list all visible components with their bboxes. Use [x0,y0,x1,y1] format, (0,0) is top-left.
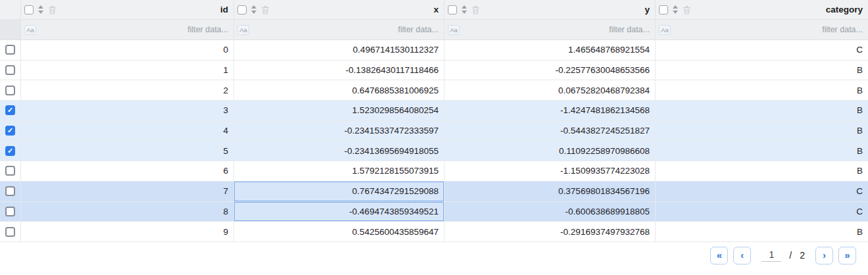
table-row: 90.5425600435859647-0.2916937497932768B [0,222,868,242]
cell-category[interactable]: B [656,80,868,100]
row-select-checkbox[interactable] [5,45,15,55]
table-row: 5-0.234136956949180550.11092258970986608… [0,141,868,161]
row-select-checkbox[interactable] [5,146,15,156]
cell-id[interactable]: 1 [21,61,234,80]
cell-category[interactable]: B [656,61,868,80]
cell-x[interactable]: 0.7674347291529088 [234,182,445,201]
column-header-label: y [644,5,650,14]
trash-icon[interactable] [683,5,691,14]
row-select-cell [0,101,21,120]
match-case-toggle[interactable]: Aa [659,25,671,35]
cell-x[interactable]: 0.6476885381006925 [234,80,445,100]
cell-y[interactable]: -0.22577630048653566 [445,61,656,80]
column-header: category [656,0,868,19]
prev-page-button[interactable]: ‹ [733,247,751,264]
table-row: 31.5230298564080254-1.4247481862134568B [0,101,868,121]
column-header: y [445,0,656,19]
table-row: 4-0.23415337472333597-0.5443827245251827… [0,121,868,141]
column-select-checkbox[interactable] [659,5,668,14]
column-select-checkbox[interactable] [24,5,34,14]
sort-icon[interactable] [251,5,256,14]
trash-icon[interactable] [48,5,57,14]
column-select-checkbox[interactable] [237,5,247,14]
cell-y[interactable]: -0.2916937497932768 [445,222,656,241]
next-page-button[interactable]: › [815,247,833,264]
column-header: x [234,0,445,19]
sort-icon[interactable] [673,5,678,14]
cell-x[interactable]: 1.5230298564080254 [234,101,445,120]
cell-y[interactable]: 0.06752820468792384 [445,80,656,100]
sort-icon[interactable] [38,5,43,14]
cell-category[interactable]: B [656,222,868,241]
cell-y[interactable]: 1.465648768921554 [445,40,656,60]
last-page-button[interactable]: » [838,247,856,264]
select-column-header [0,0,21,19]
match-case-toggle[interactable]: Aa [24,25,36,35]
filter-cell: Aa [445,20,656,39]
row-select-checkbox[interactable] [5,207,15,216]
cell-id[interactable]: 0 [21,40,234,60]
filter-row: Aa Aa Aa Aa [0,20,868,40]
cell-x[interactable]: 0.4967141530112327 [234,40,445,60]
pagination: « ‹ / 2 › » [0,247,868,264]
sort-icon[interactable] [462,5,467,14]
cell-id[interactable]: 8 [21,202,234,222]
cell-category[interactable]: C [656,40,868,60]
row-select-checkbox[interactable] [5,227,15,237]
cell-id[interactable]: 4 [21,121,234,141]
column-header-label: category [826,5,863,14]
filter-row-corner [0,20,21,39]
cell-category[interactable]: B [656,141,868,161]
column-header-label: id [220,5,228,14]
filter-cell: Aa [234,20,445,39]
filter-cell: Aa [656,20,868,39]
trash-icon[interactable] [471,5,480,14]
column-header-label: x [433,5,439,14]
cell-id[interactable]: 6 [21,161,234,181]
cell-id[interactable]: 5 [21,141,234,161]
cell-id[interactable]: 7 [21,182,234,201]
cell-x[interactable]: -0.13826430117118466 [234,61,445,80]
cell-category[interactable]: C [656,202,868,222]
cell-category[interactable]: C [656,182,868,201]
filter-input[interactable] [460,25,650,34]
page-separator: / [789,250,792,261]
row-select-checkbox[interactable] [5,186,15,196]
cell-x[interactable]: -0.4694743859349521 [234,202,445,222]
row-select-checkbox[interactable] [5,105,15,115]
filter-input[interactable] [671,25,863,34]
page-number-input[interactable] [761,249,781,262]
cell-y[interactable]: -1.4247481862134568 [445,101,656,120]
match-case-toggle[interactable]: Aa [448,25,460,35]
filter-input[interactable] [249,25,439,34]
cell-y[interactable]: -1.1509935774223028 [445,161,656,181]
table-row: 20.64768853810069250.06752820468792384B [0,80,868,101]
cell-x[interactable]: -0.23413695694918055 [234,141,445,161]
row-select-cell [0,61,21,80]
row-select-checkbox[interactable] [5,126,15,136]
cell-id[interactable]: 9 [21,222,234,241]
cell-y[interactable]: -0.5443827245251827 [445,121,656,141]
cell-y[interactable]: 0.11092258970986608 [445,141,656,161]
cell-category[interactable]: B [656,161,868,181]
cell-y[interactable]: -0.600638689918805 [445,202,656,222]
match-case-toggle[interactable]: Aa [237,25,249,35]
first-page-button[interactable]: « [710,247,728,264]
trash-icon[interactable] [261,5,270,14]
cell-id[interactable]: 2 [21,80,234,100]
cell-x[interactable]: -0.23415337472333597 [234,121,445,141]
row-select-checkbox[interactable] [5,86,15,95]
cell-category[interactable]: B [656,101,868,120]
row-select-cell [0,161,21,181]
row-select-cell [0,121,21,141]
filter-input[interactable] [36,25,228,34]
column-select-checkbox[interactable] [448,5,457,14]
cell-x[interactable]: 0.5425600435859647 [234,222,445,241]
header-row: id x y category [0,0,868,20]
cell-category[interactable]: B [656,121,868,141]
row-select-checkbox[interactable] [5,65,15,75]
cell-id[interactable]: 3 [21,101,234,120]
cell-x[interactable]: 1.5792128155073915 [234,161,445,181]
cell-y[interactable]: 0.37569801834567196 [445,182,656,201]
row-select-checkbox[interactable] [5,166,15,176]
